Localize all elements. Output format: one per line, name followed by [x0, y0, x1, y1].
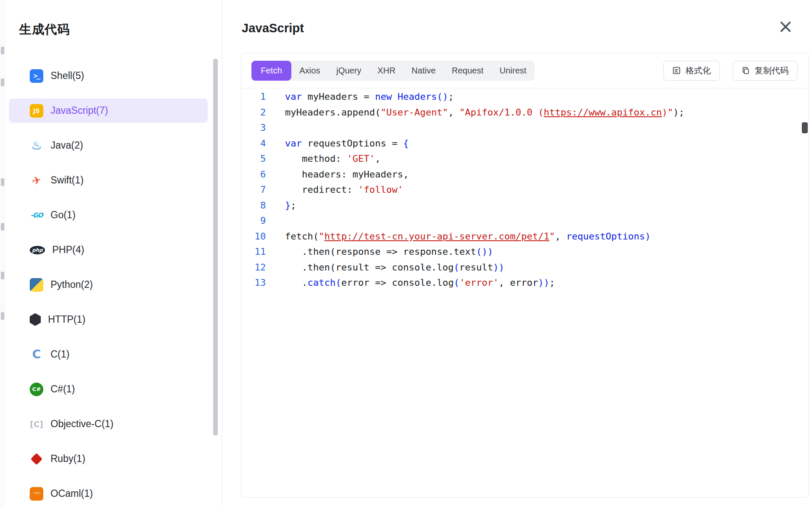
line-number: 5: [241, 151, 266, 167]
java-icon: ♨: [30, 139, 43, 152]
code-line: 6 headers: myHeaders,: [241, 167, 809, 183]
line-number: 1: [241, 89, 266, 105]
sidebar-item-javascript[interactable]: JS JavaScript(7): [9, 99, 208, 123]
line-number: 7: [241, 182, 266, 198]
tab-jquery[interactable]: jQuery: [328, 61, 369, 81]
code-lines: 1var myHeaders = new Headers();2myHeader…: [241, 89, 809, 291]
tab-axios[interactable]: Axios: [291, 61, 328, 81]
sidebar-item-go[interactable]: -GO Go(1): [9, 203, 208, 227]
line-number: 11: [241, 244, 266, 260]
line-number: 6: [241, 167, 266, 183]
background-artifact: [1, 272, 4, 279]
code-line: 13 .catch(error => console.log('error', …: [241, 275, 809, 291]
code-line: 8};: [241, 198, 809, 214]
language-label: Go(1): [51, 209, 76, 221]
line-number: 3: [241, 120, 266, 136]
language-label: HTTP(1): [48, 314, 85, 325]
csharp-icon: C#: [30, 383, 43, 396]
format-button[interactable]: 格式化: [663, 61, 720, 81]
code-line: 10fetch("http://test-cn.your-api-server.…: [241, 229, 809, 245]
format-icon: [672, 66, 681, 75]
line-number: 8: [241, 198, 266, 214]
javascript-icon: JS: [30, 104, 43, 118]
language-label: Objective-C(1): [51, 418, 113, 430]
code-panel-header: FetchAxiosjQueryXHRNativeRequestUnirest …: [241, 53, 809, 88]
code-line-text: headers: myHeaders,: [266, 167, 409, 183]
dialog-title: 生成代码: [19, 21, 70, 38]
code-line: 11 .then(response => response.text()): [241, 244, 809, 260]
code-line-text: redirect: 'follow': [266, 182, 403, 198]
code-line-text: .then(response => response.text()): [266, 244, 493, 260]
tab-native[interactable]: Native: [403, 61, 444, 81]
tab-unirest[interactable]: Unirest: [491, 61, 534, 81]
ocaml-icon: ◠◠: [30, 487, 43, 501]
code-line: 1var myHeaders = new Headers();: [241, 89, 809, 105]
code-scrollbar-thumb[interactable]: [802, 122, 808, 133]
sidebar-item-ruby[interactable]: Ruby(1): [9, 447, 208, 471]
language-label: C(1): [51, 349, 70, 360]
sidebar-item-php[interactable]: php PHP(4): [9, 238, 208, 262]
line-number: 10: [241, 229, 266, 245]
sidebar-item-csharp[interactable]: C# C#(1): [9, 377, 208, 401]
code-line: 4var requestOptions = {: [241, 136, 809, 152]
sidebar-item-shell[interactable]: >_ Shell(5): [9, 64, 208, 88]
language-label: JavaScript(7): [51, 105, 108, 116]
code-line-text: method: 'GET',: [266, 151, 381, 167]
code-panel: FetchAxiosjQueryXHRNativeRequestUnirest …: [241, 53, 809, 498]
sidebar-item-swift[interactable]: ✈ Swift(1): [9, 168, 208, 192]
tab-fetch[interactable]: Fetch: [251, 61, 291, 81]
objectivec-icon: [C]: [30, 417, 43, 431]
code-line-text: };: [266, 198, 296, 214]
code-line-text: fetch("http://test-cn.your-api-server.co…: [266, 229, 651, 245]
language-label: OCaml(1): [51, 488, 93, 499]
swift-icon: ✈: [28, 172, 45, 189]
code-line-text: var requestOptions = {: [266, 136, 409, 152]
language-label: Swift(1): [51, 175, 84, 186]
sidebar-item-python[interactable]: Python(2): [9, 273, 208, 297]
code-line-text: .then(result => console.log(result)): [266, 260, 505, 276]
format-button-label: 格式化: [685, 65, 711, 76]
code-line-text: [266, 120, 285, 136]
page-edge-strip: [0, 0, 5, 507]
c-icon: C: [30, 348, 43, 361]
line-number: 9: [241, 213, 266, 229]
main-panel: JavaScript × FetchAxiosjQueryXHRNativeRe…: [223, 0, 812, 507]
code-tabs: FetchAxiosjQueryXHRNativeRequestUnirest: [251, 61, 535, 81]
code-line-text: var myHeaders = new Headers();: [266, 89, 454, 105]
language-label: Shell(5): [51, 70, 84, 82]
sidebar-item-c[interactable]: C C(1): [9, 342, 208, 366]
background-artifact: [1, 178, 4, 186]
sidebar-item-ocaml[interactable]: ◠◠ OCaml(1): [9, 482, 208, 506]
background-artifact: [1, 47, 4, 54]
copy-code-button[interactable]: 复制代码: [733, 61, 798, 81]
tab-xhr[interactable]: XHR: [369, 61, 403, 81]
language-sidebar: 生成代码 >_ Shell(5) JS JavaScript(7) ♨ Java…: [5, 0, 222, 507]
close-icon[interactable]: ×: [778, 17, 793, 36]
line-number: 12: [241, 260, 266, 276]
sidebar-item-java[interactable]: ♨ Java(2): [9, 133, 208, 158]
code-editor[interactable]: 1var myHeaders = new Headers();2myHeader…: [241, 88, 809, 497]
page-title: JavaScript: [242, 21, 304, 35]
http-icon: [30, 313, 41, 326]
code-line: 5 method: 'GET',: [241, 151, 809, 167]
code-line: 2myHeaders.append("User-Agent", "Apifox/…: [241, 105, 809, 121]
code-line: 7 redirect: 'follow': [241, 182, 809, 198]
copy-button-label: 复制代码: [755, 65, 789, 76]
php-icon: php: [30, 246, 45, 254]
language-label: Python(2): [51, 279, 93, 290]
ruby-icon: [31, 453, 42, 465]
python-icon: [30, 278, 43, 292]
tab-request[interactable]: Request: [444, 61, 492, 81]
sidebar-item-http[interactable]: HTTP(1): [9, 307, 208, 332]
language-label: Ruby(1): [51, 453, 85, 465]
background-artifact: [1, 312, 4, 320]
language-label: PHP(4): [52, 244, 84, 256]
line-number: 13: [241, 275, 266, 291]
code-line-text: [266, 213, 285, 229]
sidebar-scrollbar-thumb[interactable]: [213, 59, 218, 436]
code-line: 3: [241, 120, 809, 136]
line-number: 2: [241, 105, 266, 121]
sidebar-item-objectivec[interactable]: [C] Objective-C(1): [9, 412, 208, 436]
code-line-text: .catch(error => console.log('error', err…: [266, 275, 555, 291]
panel-actions: 格式化 复制代码: [663, 61, 798, 81]
